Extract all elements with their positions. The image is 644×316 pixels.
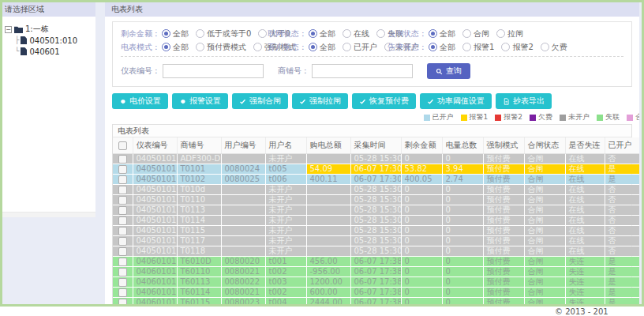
radio-selected-icon[interactable] [429, 43, 437, 51]
row-checkbox[interactable] [118, 237, 127, 246]
table-row[interactable]: 0405010117T0117未开户05-28 15:30:0000预付费合闸在… [113, 236, 639, 246]
radio-icon[interactable] [258, 29, 267, 38]
radio-selected-icon[interactable] [429, 29, 437, 38]
table-cell [306, 216, 350, 226]
row-checkbox[interactable] [118, 227, 127, 235]
row-checkbox[interactable] [118, 278, 127, 287]
table-cell: 否 [605, 185, 639, 195]
tree-node-child[interactable]: └ 040601 [5, 46, 93, 57]
table-cell: 06-07 17:38:00 [350, 288, 401, 298]
table-cell: 未开户 [265, 185, 306, 195]
radio-icon[interactable] [376, 29, 385, 38]
select-all-checkbox[interactable] [118, 141, 127, 150]
check-icon [427, 98, 434, 105]
table-row[interactable]: 0405010113T0113未开户05-28 15:30:0000预付费合闸在… [113, 205, 639, 216]
tree-node-root[interactable]: − 1:一栋 [5, 24, 93, 35]
tree-collapse-icon[interactable]: − [5, 26, 12, 33]
radio-icon[interactable] [496, 29, 505, 38]
shop-no-input[interactable] [312, 64, 413, 78]
table-cell: 否 [605, 205, 639, 216]
radio-option[interactable]: 报警2 [501, 42, 533, 53]
column-header-7: 电量总数 [442, 137, 483, 154]
radio-option[interactable]: 合闸 [462, 28, 489, 40]
radio-icon[interactable] [343, 43, 351, 51]
radio-option[interactable]: 欠费 [541, 42, 567, 53]
table-cell: 06-07 17:38:00 [350, 257, 401, 267]
row-checkbox[interactable] [118, 175, 127, 184]
query-button[interactable]: 查询 [427, 63, 470, 79]
action-button-0[interactable]: 电价设置 [112, 93, 168, 109]
table-row[interactable]: 0405010116ADF300-D 3未开户05-28 15:30:0000预… [113, 154, 639, 164]
radio-icon[interactable] [462, 29, 471, 38]
action-button-6[interactable]: 抄表导出 [496, 93, 552, 109]
table-row[interactable]: 0406010115T601150080023t0042444.0006-07 … [113, 298, 639, 305]
radio-icon[interactable] [196, 29, 204, 38]
table-row[interactable]: 0405010102T01020080025t006400.1106-07 17… [113, 175, 639, 185]
row-checkbox[interactable] [118, 216, 127, 225]
radio-option[interactable]: 在线 [343, 28, 369, 40]
table-cell [221, 154, 265, 164]
table-cell: 0405010115 [133, 226, 177, 236]
tree-node-child[interactable]: ├ 040501:010 [5, 35, 93, 46]
tree-connector: └ [15, 47, 19, 55]
radio-option[interactable]: 已开户 [343, 42, 377, 53]
action-button-4[interactable]: 恢复预付费 [352, 93, 416, 109]
table-row[interactable]: 0406010114T601140080021t002600.0006-07 1… [113, 288, 639, 298]
row-checkbox[interactable] [118, 155, 127, 164]
table-cell: 未开户 [265, 246, 306, 257]
meter-no-input[interactable] [163, 64, 264, 78]
radio-selected-icon[interactable] [309, 43, 317, 51]
radio-option[interactable]: 全部 [429, 42, 455, 53]
action-button-5[interactable]: 功率阈值设置 [420, 93, 492, 109]
meter-no-label: 仪表编号： [121, 66, 160, 77]
radio-option[interactable]: 全部 [309, 28, 335, 40]
table-cell: 05-28 15:30:00 [350, 236, 401, 246]
table-cell: 0080021 [221, 267, 265, 277]
radio-icon[interactable] [253, 43, 262, 51]
radio-icon[interactable] [541, 43, 549, 51]
row-checkbox[interactable] [118, 258, 127, 266]
radio-option[interactable]: 预付费模式 [196, 42, 246, 53]
radio-icon[interactable] [501, 43, 510, 51]
row-checkbox[interactable] [118, 299, 127, 305]
radio-option[interactable]: 低于或等于0 [196, 28, 251, 40]
table-cell: 0080021 [221, 288, 265, 298]
check-icon [239, 98, 246, 105]
row-checkbox[interactable] [118, 268, 127, 276]
radio-selected-icon[interactable] [309, 29, 317, 38]
table-row[interactable]: 0406010110T601100080021t002-956.0006-07 … [113, 267, 639, 277]
table-row[interactable]: 040501010DT010d未开户05-28 15:30:0000预付费合闸在… [113, 185, 639, 195]
action-button-1[interactable]: 报警设置 [172, 93, 228, 109]
radio-icon[interactable] [196, 43, 204, 51]
radio-selected-icon[interactable] [162, 43, 170, 51]
radio-option[interactable]: 全部 [162, 28, 189, 40]
table-row[interactable]: 0406010113T601130080022t0031200.0006-07 … [113, 277, 639, 288]
radio-option[interactable]: 全部 [162, 42, 189, 53]
table-cell: 05-28 15:30:00 [350, 185, 401, 195]
table-row[interactable]: 0405010115T0115未开户05-28 15:30:0000预付费合闸在… [113, 226, 639, 236]
row-checkbox[interactable] [118, 288, 127, 297]
radio-option[interactable]: 拉闸 [496, 28, 523, 40]
row-checkbox[interactable] [118, 247, 127, 256]
table-row[interactable]: 0405010118T0118未开户05-28 15:30:0000预付费合闸在… [113, 246, 639, 257]
row-checkbox[interactable] [118, 165, 127, 174]
action-button-3[interactable]: 强制拉闸 [292, 93, 348, 109]
radio-selected-icon[interactable] [162, 29, 170, 38]
radio-option[interactable]: 报警1 [462, 42, 494, 53]
table-row[interactable]: 0405010114T0114未开户05-28 15:30:0000预付费合闸在… [113, 216, 639, 226]
radio-option[interactable]: 全部 [429, 28, 455, 40]
row-checkbox[interactable] [118, 206, 127, 215]
table-row[interactable]: 0405010101T01010080024t00554.0906-07 17:… [113, 164, 639, 175]
radio-icon[interactable] [462, 43, 471, 51]
table-row[interactable]: 040601010DT6010D0080020t001456.0006-07 1… [113, 257, 639, 267]
radio-icon[interactable] [343, 29, 351, 38]
sidebar-footer-bar [2, 212, 95, 217]
table-cell: 预付费 [483, 298, 524, 305]
table-cell: 05-28 15:30:00 [350, 246, 401, 257]
row-checkbox[interactable] [118, 196, 127, 205]
table-row[interactable]: 0405010110T0110未开户05-28 15:30:0000预付费合闸在… [113, 195, 639, 205]
row-checkbox[interactable] [118, 186, 127, 194]
action-button-2[interactable]: 强制合闸 [232, 93, 288, 109]
radio-option[interactable]: 全部 [309, 42, 335, 53]
legend-item: 未开户 [560, 112, 590, 122]
